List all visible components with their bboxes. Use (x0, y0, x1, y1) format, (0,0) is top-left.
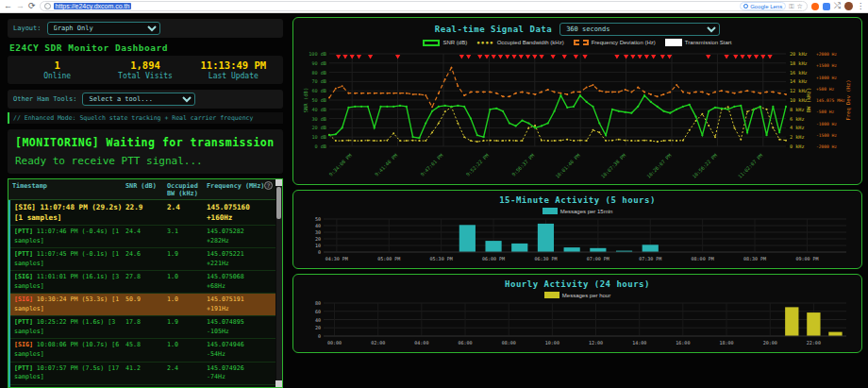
table-row[interactable]: [PTT] 10:07:53 PM (2.7s) [3 samples]41.5… (10, 385, 282, 387)
tools-label: Other Ham Tools: (13, 95, 76, 103)
svg-text:-500 Hz: -500 Hz (816, 110, 835, 114)
svg-text:+1500 Hz: +1500 Hz (816, 63, 837, 68)
browser-menu-icon[interactable]: ⋮ (857, 2, 864, 10)
activity-15min-legend: Messages per 15min (301, 207, 854, 216)
svg-text:SNR (dB): SNR (dB) (303, 88, 309, 113)
svg-text:0 dB: 0 dB (315, 143, 327, 149)
password-key-icon[interactable]: ⚿ (789, 3, 793, 10)
forward-icon[interactable]: → (16, 2, 25, 10)
svg-text:18:00: 18:00 (720, 340, 734, 346)
svg-text:08:00: 08:00 (502, 340, 516, 346)
bar15-legend-swatch (542, 208, 558, 214)
stat-last-update: 11:13:49 PM Last Update (190, 59, 277, 80)
right-column: Real-time Signal Data 360 seconds SNR (d… (285, 13, 868, 388)
svg-text:16 kHz: 16 kHz (790, 70, 808, 76)
table-row[interactable]: [PTT] 11:07:46 PM (-0.4s) [1 samples]24.… (10, 226, 282, 248)
activity-hourly-title: Hourly Activity (24 hours) (505, 279, 650, 289)
table-row[interactable]: [SIG] 10:08:06 PM (10.7s) [6 samples]45.… (10, 339, 282, 362)
svg-text:60 dB: 60 dB (311, 88, 326, 93)
table-row[interactable]: [SIG] 11:07:48 PM (29.2s) [1 samples]22.… (10, 200, 282, 226)
svg-text:02:00: 02:00 (371, 340, 385, 346)
monitoring-substatus: Ready to receive PTT signal... (15, 155, 275, 167)
svg-text:30: 30 (315, 229, 321, 235)
table-row[interactable]: [PTT] 10:07:57 PM (7.5s) [17 samples]41.… (10, 363, 282, 385)
monitoring-panel: [MONITORING] Waiting for transmission Re… (8, 129, 283, 174)
svg-text:08:30 PM: 08:30 PM (743, 256, 766, 261)
svg-text:0: 0 (318, 249, 321, 255)
scrollbar-thumb[interactable] (276, 187, 281, 219)
tools-select[interactable]: Select a tool... (82, 93, 195, 106)
activity-15min-title: 15-Minute Activity (5 hours) (499, 195, 656, 205)
layout-bar: Layout: Graph Only (8, 19, 283, 38)
svg-text:6 kHz: 6 kHz (790, 116, 805, 122)
table-row[interactable]: [PTT] 10:25:22 PM (1.6s) [3 samples]17.8… (10, 316, 282, 339)
svg-text:50: 50 (315, 216, 321, 222)
activity-15min-panel: 15-Minute Activity (5 hours) Messages pe… (292, 190, 862, 269)
activity-hourly-svg: 02040608000:0002:0004:0006:0008:0010:001… (301, 300, 854, 349)
snr-legend-swatch (423, 40, 440, 46)
bookmark-star-icon[interactable]: ☆ (797, 3, 803, 10)
activity-15min-svg: 0102030405004:30 PM05:00 PM05:30 PM06:00… (301, 216, 854, 265)
svg-text:16:00: 16:00 (676, 340, 690, 346)
back-icon[interactable]: ← (4, 2, 12, 10)
svg-text:8 kHz: 8 kHz (790, 107, 805, 112)
svg-text:10:56:22 PM: 10:56:22 PM (692, 152, 719, 179)
layout-select[interactable]: Graph Only (47, 22, 160, 35)
svg-text:12:00: 12:00 (589, 340, 603, 346)
table-row[interactable]: [SIG] 10:30:24 PM (53.3s) [1 samples]50.… (10, 294, 282, 316)
svg-text:60: 60 (315, 309, 321, 314)
bw-legend-swatch: ●●●● (476, 40, 494, 45)
activity-hourly-panel: Hourly Activity (24 hours) Messages per … (292, 274, 862, 353)
table-scrollbar[interactable] (275, 179, 282, 387)
svg-text:08:00 PM: 08:00 PM (692, 256, 714, 261)
svg-text:30 dB: 30 dB (311, 116, 326, 122)
lens-icon (743, 4, 748, 8)
svg-text:50 dB: 50 dB (311, 97, 326, 103)
svg-text:+2000 Hz: +2000 Hz (816, 52, 837, 57)
svg-text:06:00: 06:00 (459, 340, 473, 346)
time-window-select[interactable]: 360 seconds (559, 23, 720, 36)
profile-avatar[interactable] (844, 2, 853, 10)
svg-text:07:30 PM: 07:30 PM (639, 256, 661, 261)
svg-text:04:00: 04:00 (414, 340, 428, 346)
signal-chart-svg: 0 dB10 dB20 dB30 dB40 dB50 dB60 dB70 dB8… (301, 48, 854, 184)
svg-text:9:56:37 PM: 9:56:37 PM (510, 152, 535, 177)
signal-chart-panel: Real-time Signal Data 360 seconds SNR (d… (292, 17, 862, 185)
refresh-icon[interactable]: ⟳ (28, 2, 36, 10)
svg-text:9:34:08 PM: 9:34:08 PM (328, 152, 353, 177)
svg-text:10 dB: 10 dB (311, 134, 326, 140)
svg-text:40: 40 (315, 223, 321, 228)
extension-blue-icon[interactable] (823, 3, 830, 10)
google-lens-button[interactable]: Google Lens (740, 2, 786, 10)
site-settings-icon[interactable]: ⋮ (44, 3, 51, 9)
svg-text:04:30 PM: 04:30 PM (326, 256, 348, 261)
svg-text:Freq Dev (Hz): Freq Dev (Hz) (845, 79, 852, 120)
svg-text:0: 0 (318, 333, 321, 339)
svg-text:22:00: 22:00 (807, 340, 821, 346)
extension-orange-icon[interactable] (811, 3, 819, 10)
enhanced-mode-note: // Enhanced Mode: Squelch state tracking… (8, 112, 283, 124)
svg-text:00:00: 00:00 (327, 340, 342, 346)
svg-text:10: 10 (315, 243, 321, 248)
svg-text:-2000 Hz: -2000 Hz (816, 144, 837, 149)
svg-text:05:00 PM: 05:00 PM (377, 256, 400, 261)
svg-text:80 dB: 80 dB (311, 70, 326, 76)
svg-text:20: 20 (315, 236, 321, 242)
address-bar[interactable]: ⋮ https://e24cy.dxcom.co.th Google Lens … (40, 1, 808, 11)
svg-text:07:00 PM: 07:00 PM (587, 256, 609, 261)
help-icon[interactable]: ? (264, 181, 273, 190)
svg-text:80: 80 (315, 300, 321, 306)
url-text[interactable]: https://e24cy.dxcom.co.th (54, 3, 132, 9)
dev-legend-swatch (574, 40, 589, 45)
layout-label: Layout: (13, 25, 42, 32)
svg-text:10:07:38 PM: 10:07:38 PM (600, 152, 627, 179)
stat-total-visits: 1,894 Total Visits (101, 59, 189, 80)
scroll-down-button[interactable] (275, 380, 282, 387)
scroll-up-button[interactable] (275, 179, 282, 186)
signal-chart-title: Real-time Signal Data (435, 25, 552, 34)
svg-text:05:30 PM: 05:30 PM (430, 256, 453, 261)
extensions-puzzle-icon[interactable]: ⤭ (834, 2, 841, 10)
svg-text:20:00: 20:00 (763, 340, 777, 346)
table-row[interactable]: [PTT] 11:07:45 PM (-0.1s) [1 samples]24.… (10, 248, 282, 271)
table-row[interactable]: [SIG] 11:01:01 PM (16.1s) [3 samples]27.… (10, 271, 282, 294)
